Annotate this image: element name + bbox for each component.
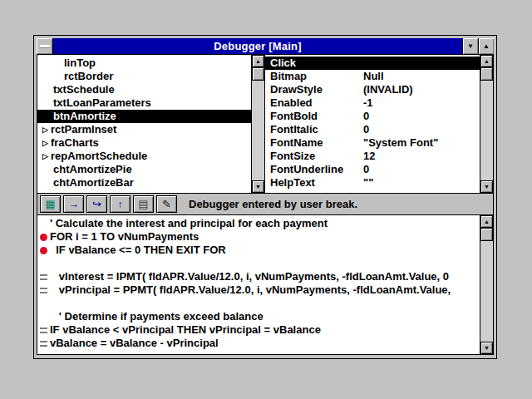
print-button[interactable]: ▤ (133, 195, 154, 213)
step-out-button[interactable]: ↑ (110, 195, 131, 213)
scroll-down-button[interactable]: ▼ (480, 342, 493, 354)
trace-icon (40, 274, 47, 280)
property-name: DrawStyle (265, 83, 363, 96)
code-text: FOR i = 1 TO vNumPayments (50, 230, 199, 244)
expand-icon[interactable]: ▷ (42, 150, 48, 163)
property-name: FontBold (265, 110, 363, 123)
code-line[interactable]: IF vBalance < vPrincipal THEN vPrincipal… (37, 323, 480, 337)
code-gutter-cell (37, 247, 50, 254)
object-list-item[interactable]: txtSchedule (37, 83, 251, 96)
object-list-item[interactable]: btnAmortize (37, 110, 251, 123)
step-over-button[interactable]: ↪ (86, 195, 107, 213)
code-text: ' Calculate the interest and principal f… (50, 217, 328, 230)
property-name: Enabled (265, 96, 363, 110)
scroll-track[interactable] (480, 241, 493, 342)
code-text: vBalance = vBalance - vPrincipal (50, 337, 219, 350)
trace-icon (40, 341, 47, 347)
property-value: 12 (363, 150, 480, 163)
property-name: FontSize (265, 150, 363, 163)
property-name: HelpText (265, 176, 363, 190)
breakpoint-icon[interactable] (40, 234, 47, 241)
titlebar[interactable]: Debugger [Main] ▼ ▲ (37, 38, 494, 54)
property-row[interactable]: HelpText"" (265, 176, 480, 190)
property-row[interactable]: DrawStyle(INVALID) (265, 83, 480, 96)
property-row[interactable]: Click (265, 57, 480, 70)
code-line[interactable] (37, 257, 480, 270)
property-value: -1 (363, 96, 480, 110)
object-list-item[interactable]: rctBorder (37, 70, 251, 83)
object-label: fraCharts (51, 136, 99, 150)
property-row[interactable]: FontUnderline0 (265, 163, 480, 176)
expand-icon[interactable]: ▷ (42, 136, 48, 150)
minimize-button[interactable]: ▼ (462, 38, 478, 54)
code-line[interactable]: ' Calculate the interest and principal f… (37, 217, 480, 230)
scroll-thumb[interactable] (252, 67, 264, 81)
code-line[interactable]: vBalance = vBalance - vPrincipal (37, 337, 480, 350)
object-label: chtAmortizePie (53, 163, 132, 176)
run-button[interactable]: ▦ (40, 195, 61, 213)
object-list-item[interactable]: ▷rctParmInset (37, 123, 251, 136)
step-into-icon: → (68, 199, 79, 209)
property-value: 0 (363, 123, 480, 136)
object-list-scrollbar[interactable]: ▲ ▼ (251, 55, 264, 193)
expand-icon[interactable]: ▷ (42, 123, 48, 136)
property-value (363, 57, 480, 70)
object-label: rctBorder (64, 70, 113, 83)
scroll-up-button[interactable]: ▲ (480, 215, 493, 228)
property-row[interactable]: FontBold0 (265, 110, 480, 123)
property-row[interactable]: FontName"System Font" (265, 136, 480, 150)
code-line[interactable]: vInterest = IPMT( fldAPR.Value/12.0, i, … (37, 270, 480, 283)
object-list-item[interactable]: ▷fraCharts (37, 136, 251, 150)
object-label: chtAmortizeBar (53, 176, 134, 190)
debugger-client-area: linToprctBordertxtScheduletxtLoanParamet… (37, 54, 494, 355)
code-line[interactable]: ' Determine if payments exceed balance (37, 310, 480, 323)
trace-icon (40, 328, 47, 333)
property-name: FontName (265, 136, 363, 150)
scroll-thumb[interactable] (480, 67, 493, 81)
code-text: IF vBalance < vPrincipal THEN vPrincipal… (50, 323, 321, 337)
scroll-track[interactable] (252, 81, 264, 180)
code-line[interactable]: FOR i = 1 TO vNumPayments (37, 230, 480, 244)
property-row[interactable]: Enabled-1 (265, 96, 480, 110)
code-gutter-cell (37, 328, 50, 333)
property-row[interactable]: BitmapNull (265, 70, 480, 83)
property-list-scrollbar[interactable]: ▲ ▼ (480, 55, 493, 193)
object-list-item[interactable]: txtLoanParameters (37, 96, 251, 110)
scroll-track[interactable] (480, 81, 493, 180)
scroll-thumb[interactable] (480, 228, 493, 241)
property-name: FontUnderline (265, 163, 363, 176)
code-text: vInterest = IPMT( fldAPR.Value/12.0, i, … (50, 270, 449, 283)
edit-button[interactable]: ✎ (156, 195, 177, 213)
code-text: ' Determine if payments exceed balance (50, 310, 264, 323)
property-name: FontItalic (265, 123, 363, 136)
maximize-icon: ▲ (483, 42, 490, 50)
scroll-up-button[interactable]: ▲ (252, 55, 264, 67)
code-scrollbar[interactable]: ▲ ▼ (480, 215, 493, 354)
object-pane: linToprctBordertxtScheduletxtLoanParamet… (37, 55, 265, 193)
code-line[interactable]: IF vBalance <= 0 THEN EXIT FOR (37, 244, 480, 257)
code-lines[interactable]: ' Calculate the interest and principal f… (37, 215, 480, 354)
control-menu-button[interactable] (37, 38, 53, 54)
scroll-down-button[interactable]: ▼ (480, 180, 493, 193)
breakpoint-icon[interactable] (40, 247, 47, 254)
property-row[interactable]: FontSize12 (265, 150, 480, 163)
object-list-item[interactable]: linTop (37, 57, 251, 70)
maximize-button[interactable]: ▲ (478, 38, 494, 54)
scroll-down-icon: ▼ (255, 184, 261, 190)
printer-icon: ▤ (138, 199, 148, 209)
scroll-down-button[interactable]: ▼ (252, 180, 264, 193)
code-gutter-cell (37, 341, 50, 347)
property-row[interactable]: FontItalic0 (265, 123, 480, 136)
pencil-icon: ✎ (162, 199, 171, 209)
object-list-item[interactable]: chtAmortizeBar (37, 176, 251, 190)
object-list-item[interactable]: chtAmortizePie (37, 163, 251, 176)
object-list-item[interactable]: ▷repAmortSchedule (37, 150, 251, 163)
property-value: "System Font" (363, 136, 480, 150)
code-line[interactable] (37, 297, 480, 310)
scroll-up-button[interactable]: ▲ (480, 55, 493, 67)
object-label: txtLoanParameters (53, 96, 151, 110)
debugger-window: Debugger [Main] ▼ ▲ linToprctBordertxtSc… (33, 35, 497, 359)
code-text: IF vBalance <= 0 THEN EXIT FOR (50, 244, 226, 257)
code-line[interactable]: vPrincipal = PPMT( fldAPR.Value/12.0, i,… (37, 283, 480, 297)
step-into-button[interactable]: → (63, 195, 84, 213)
